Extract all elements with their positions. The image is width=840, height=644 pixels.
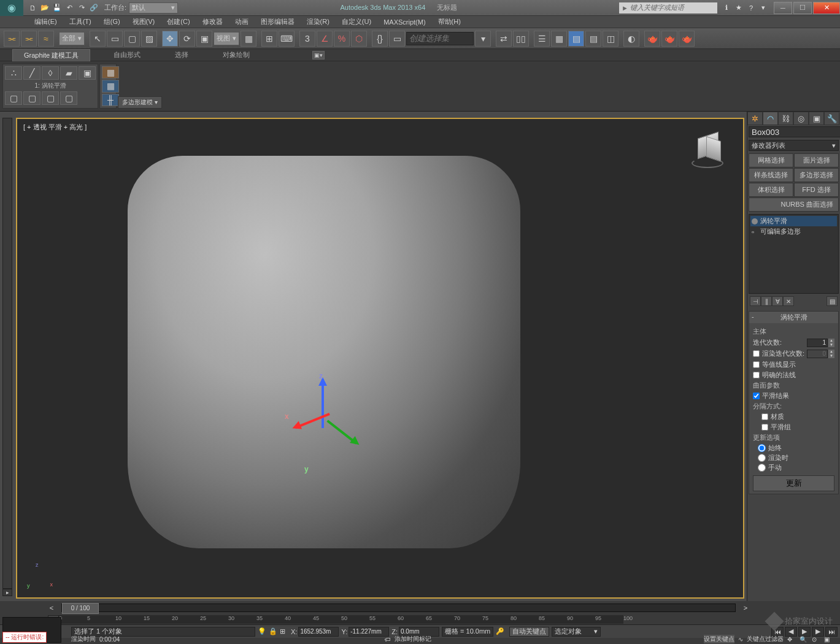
- move-icon[interactable]: ✥: [162, 31, 178, 47]
- tab-graphite[interactable]: Graphite 建模工具: [12, 49, 90, 61]
- remove-mod-icon[interactable]: ✕: [783, 296, 794, 306]
- sel-spline[interactable]: 样条线选择: [749, 168, 793, 182]
- add-time-tag[interactable]: 添加时间标记: [395, 635, 431, 643]
- tab-create-icon[interactable]: ✲: [747, 112, 763, 125]
- viewport[interactable]: [ + 透视 平滑 + 高光 ] z x y zxy: [16, 118, 744, 599]
- named-selection-set[interactable]: [406, 32, 474, 45]
- show-end-icon[interactable]: ∥: [761, 296, 772, 306]
- sel-mesh[interactable]: 网格选择: [749, 153, 793, 167]
- search-input[interactable]: ► 键入关键字或短语: [619, 2, 717, 13]
- preset-b-icon[interactable]: ▢: [23, 91, 40, 105]
- rollout-title[interactable]: -涡轮平滑: [749, 312, 838, 323]
- rotate-icon[interactable]: ⟳: [179, 31, 195, 47]
- selection-filter[interactable]: 全部▾: [59, 32, 85, 45]
- transform-gizmo[interactable]: z x y: [286, 383, 360, 469]
- menu-animation[interactable]: 动画: [229, 17, 255, 26]
- pin-stack-icon[interactable]: ⊣: [750, 296, 761, 306]
- render-framebuffer-icon[interactable]: 🫖: [661, 31, 677, 47]
- spinner-up-icon[interactable]: ▲: [828, 339, 834, 343]
- sel-ffd[interactable]: FFD 选择: [794, 183, 839, 197]
- nav-max-icon[interactable]: ▣: [824, 636, 835, 643]
- stack-item-editablepoly[interactable]: ▫可编辑多边形: [750, 226, 837, 237]
- region-rect-icon[interactable]: ▢: [124, 31, 140, 47]
- axis-x[interactable]: [295, 413, 330, 429]
- curve-editor-icon[interactable]: ▤: [568, 31, 584, 47]
- update-button[interactable]: 更新: [753, 475, 834, 491]
- axis-z[interactable]: [322, 379, 324, 428]
- tab-motion-icon[interactable]: ◎: [793, 112, 809, 125]
- rail-arrow-icon[interactable]: ▸: [2, 589, 12, 596]
- help-icon[interactable]: ?: [746, 2, 757, 13]
- edit-named-sel-icon[interactable]: {}: [372, 31, 388, 47]
- update-always-radio[interactable]: [758, 444, 766, 452]
- close-button[interactable]: ✕: [813, 2, 840, 14]
- unique-icon[interactable]: ∀: [772, 296, 783, 306]
- manipulate-icon[interactable]: ⊞: [261, 31, 277, 47]
- spinner-up-icon[interactable]: ▲: [828, 350, 834, 354]
- border-mode-icon[interactable]: ◊: [42, 66, 59, 80]
- star-icon[interactable]: ★: [733, 2, 744, 13]
- new-icon[interactable]: 🗋: [27, 2, 38, 13]
- cage-toggle-icon[interactable]: ▦: [102, 66, 119, 79]
- menu-customize[interactable]: 自定义(U): [336, 17, 377, 26]
- iterations-input[interactable]: [807, 339, 828, 347]
- bind-icon[interactable]: ≈: [38, 31, 54, 47]
- schematic-icon[interactable]: ◫: [603, 31, 618, 47]
- menu-views[interactable]: 视图(V): [126, 17, 161, 26]
- menu-group[interactable]: 组(G): [98, 17, 126, 26]
- workspace-select[interactable]: 默认▾: [129, 2, 178, 13]
- menu-create[interactable]: 创建(C): [161, 17, 196, 26]
- link-icon[interactable]: ⫘: [4, 31, 20, 47]
- sel-poly[interactable]: 多边形选择: [794, 168, 839, 182]
- poly-mode-icon[interactable]: ▰: [60, 66, 77, 80]
- sep-material-check[interactable]: [761, 413, 768, 420]
- menu-tools[interactable]: 工具(T): [63, 17, 98, 26]
- nurms-toggle-icon[interactable]: ▦: [102, 80, 119, 92]
- render-iter-check[interactable]: [753, 350, 760, 357]
- menu-maxscript[interactable]: MAXScript(M): [377, 18, 431, 26]
- sel-patch[interactable]: 面片选择: [794, 153, 839, 167]
- update-manual-radio[interactable]: [758, 464, 766, 472]
- undo-icon[interactable]: ↶: [64, 2, 75, 13]
- time-slider[interactable]: 0 / 100: [61, 604, 736, 612]
- modifier-list-dropdown[interactable]: 修改器列表▾: [749, 140, 839, 151]
- named-sel-icon[interactable]: ▭: [389, 31, 405, 47]
- menu-grapheditors[interactable]: 图形编辑器: [255, 17, 301, 26]
- render-setup-icon[interactable]: 🫖: [644, 31, 660, 47]
- snap-icon[interactable]: 3: [299, 31, 315, 47]
- dope-sheet-icon[interactable]: ▤: [585, 31, 601, 47]
- tab-freeform[interactable]: 自由形式: [102, 49, 152, 61]
- update-render-radio[interactable]: [758, 454, 766, 462]
- viewport-label[interactable]: [ + 透视 平滑 + 高光 ]: [23, 123, 87, 132]
- keyboard-icon[interactable]: ⌨: [279, 31, 295, 47]
- modifier-stack[interactable]: 涡轮平滑 ▫可编辑多边形: [749, 214, 839, 294]
- time-next-icon[interactable]: >: [742, 604, 749, 611]
- stack-item-turbosmooth[interactable]: 涡轮平滑: [750, 216, 837, 226]
- preset-a-icon[interactable]: ▢: [5, 91, 22, 105]
- viewcube-ring[interactable]: [692, 158, 723, 168]
- explicit-normals-check[interactable]: [753, 372, 760, 378]
- element-mode-icon[interactable]: ▣: [79, 66, 96, 80]
- nav-zoom-icon[interactable]: 🔍: [800, 636, 811, 643]
- sel-nurbs[interactable]: NURBS 曲面选择: [749, 197, 839, 212]
- link-icon[interactable]: 🔗: [88, 2, 99, 13]
- spinner-down-icon[interactable]: ▼: [828, 354, 834, 358]
- ribbon-collapse-icon[interactable]: ▣▾: [312, 51, 325, 59]
- minimize-button[interactable]: ─: [774, 2, 792, 14]
- tag-icon[interactable]: 🏷: [385, 636, 391, 643]
- preset-c-icon[interactable]: ▢: [42, 91, 59, 105]
- material-editor-icon[interactable]: ◐: [623, 31, 639, 47]
- time-prev-icon[interactable]: <: [48, 604, 55, 611]
- tab-display-icon[interactable]: ▣: [809, 112, 824, 125]
- tab-selection[interactable]: 选择: [164, 49, 199, 61]
- angle-snap-icon[interactable]: ∠: [317, 31, 333, 47]
- dropdown-icon[interactable]: ▾: [758, 2, 769, 13]
- isoline-check[interactable]: [753, 361, 760, 368]
- time-ruler[interactable]: 0510152025303540455055606570758085909510…: [59, 615, 623, 624]
- configure-sets-icon[interactable]: ▤: [827, 296, 838, 306]
- ribbon-panel-label[interactable]: 多边形建模 ▾: [118, 96, 162, 109]
- layers-icon[interactable]: ☰: [534, 31, 550, 47]
- save-icon[interactable]: 💾: [52, 2, 63, 13]
- preset-d-icon[interactable]: ▢: [60, 91, 77, 105]
- tab-utilities-icon[interactable]: 🔧: [824, 112, 839, 125]
